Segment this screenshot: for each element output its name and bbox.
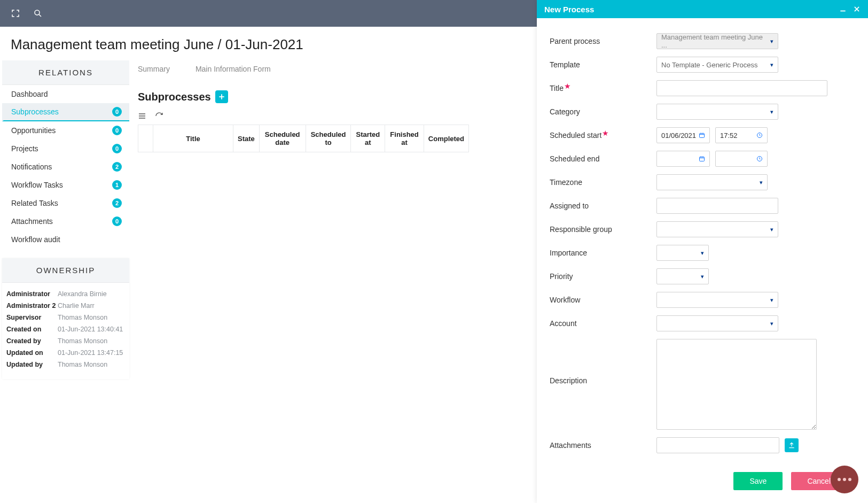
required-star-icon: ★ xyxy=(564,82,571,90)
relations-header: RELATIONS xyxy=(2,60,129,85)
sidebar-item-subprocesses[interactable]: Subprocesses0 xyxy=(2,103,129,121)
chevron-down-icon: ▾ xyxy=(770,38,773,45)
col-title[interactable]: Title xyxy=(153,125,233,152)
label-priority: Priority xyxy=(550,272,656,281)
label-assigned-to: Assigned to xyxy=(550,202,656,210)
badge: 0 xyxy=(112,126,122,135)
close-icon[interactable] xyxy=(853,5,861,13)
badge: 0 xyxy=(112,216,122,226)
menu-icon[interactable] xyxy=(138,112,146,120)
chevron-down-icon: ▾ xyxy=(770,61,773,68)
minimize-icon[interactable] xyxy=(839,5,847,13)
label-description: Description xyxy=(550,339,656,385)
sidebar-item-dashboard[interactable]: Dashboard xyxy=(2,85,129,103)
calendar-icon xyxy=(699,156,705,162)
chat-widget[interactable] xyxy=(831,466,858,493)
section-title: Subprocesses xyxy=(138,91,211,103)
search-icon[interactable] xyxy=(33,9,43,18)
sidebar-item-workflow-audit[interactable]: Workflow audit xyxy=(2,230,129,249)
label-category: Category xyxy=(550,107,656,116)
account-select[interactable]: ▾ xyxy=(656,315,778,331)
sidebar-item-projects[interactable]: Projects0 xyxy=(2,140,129,158)
label-template: Template xyxy=(550,60,656,69)
subprocess-table: Title State Scheduled date Scheduled to … xyxy=(138,125,469,152)
label-responsible-group: Responsible group xyxy=(550,225,656,234)
label-scheduled-start: Scheduled start xyxy=(550,131,601,140)
col-scheduled-to[interactable]: Scheduled to xyxy=(306,125,351,152)
scheduled-end-time[interactable] xyxy=(715,151,768,167)
calendar-icon xyxy=(699,132,705,138)
ownership-panel: OWNERSHIP AdministratorAlexandra Birnie … xyxy=(2,258,129,379)
tab-summary[interactable]: Summary xyxy=(138,65,170,73)
label-importance: Importance xyxy=(550,249,656,257)
tab-main-info-form[interactable]: Main Information Form xyxy=(196,65,271,73)
assigned-to-input[interactable] xyxy=(656,198,778,214)
svg-rect-1 xyxy=(700,134,705,138)
responsible-group-select[interactable]: ▾ xyxy=(656,221,778,237)
fullscreen-icon[interactable] xyxy=(11,9,20,18)
sidebar-item-attachments[interactable]: Attachments0 xyxy=(2,212,129,230)
svg-point-0 xyxy=(35,10,40,15)
panel-footer: Save Cancel xyxy=(537,466,868,503)
add-subprocess-button[interactable] xyxy=(215,90,228,103)
clock-icon xyxy=(756,132,763,138)
label-workflow: Workflow xyxy=(550,296,656,304)
sidebar-item-notifications[interactable]: Notifications2 xyxy=(2,158,129,176)
chevron-down-icon: ▾ xyxy=(770,320,773,327)
label-scheduled-end: Scheduled end xyxy=(550,154,656,163)
svg-rect-3 xyxy=(700,157,705,161)
timezone-select[interactable]: ▾ xyxy=(656,174,768,190)
badge: 2 xyxy=(112,198,122,208)
template-select[interactable]: No Template - Generic Process▾ xyxy=(656,57,778,73)
sidebar-item-workflow-tasks[interactable]: Workflow Tasks1 xyxy=(2,176,129,194)
relations-list: Dashboard Subprocesses0 Opportunities0 P… xyxy=(2,85,129,249)
description-textarea[interactable] xyxy=(656,339,817,430)
panel-title: New Process xyxy=(544,5,594,14)
col-scheduled-date[interactable]: Scheduled date xyxy=(259,125,306,152)
save-button[interactable]: Save xyxy=(733,472,783,490)
label-title: Title xyxy=(550,84,564,92)
badge: 0 xyxy=(112,144,122,153)
parent-process-select[interactable]: Management team meeting June ...▾ xyxy=(656,33,778,49)
ownership-header: OWNERSHIP xyxy=(2,258,129,283)
sidebar-item-opportunities[interactable]: Opportunities0 xyxy=(2,121,129,140)
sidebar-item-related-tasks[interactable]: Related Tasks2 xyxy=(2,194,129,212)
upload-attachment-button[interactable] xyxy=(785,438,799,452)
new-process-panel: New Process Parent process Management te… xyxy=(537,0,868,503)
clock-icon xyxy=(756,156,763,162)
attachments-input[interactable] xyxy=(656,437,779,453)
col-finished-at[interactable]: Finished at xyxy=(385,125,424,152)
panel-header: New Process xyxy=(537,0,868,18)
badge: 1 xyxy=(112,180,122,190)
badge: 2 xyxy=(112,162,122,172)
badge: 0 xyxy=(112,107,122,117)
chevron-down-icon: ▾ xyxy=(770,297,773,304)
required-star-icon: ★ xyxy=(602,129,609,137)
col-state[interactable]: State xyxy=(233,125,260,152)
chevron-down-icon: ▾ xyxy=(770,109,773,115)
title-input[interactable] xyxy=(656,80,827,96)
category-select[interactable]: ▾ xyxy=(656,104,778,120)
refresh-icon[interactable] xyxy=(155,112,163,120)
label-parent-process: Parent process xyxy=(550,37,656,45)
priority-select[interactable]: ▾ xyxy=(656,268,709,284)
chevron-down-icon: ▾ xyxy=(701,273,704,280)
col-completed[interactable]: Completed xyxy=(424,125,468,152)
label-timezone: Timezone xyxy=(550,178,656,187)
workflow-select[interactable]: ▾ xyxy=(656,292,778,308)
label-account: Account xyxy=(550,319,656,328)
col-started-at[interactable]: Started at xyxy=(351,125,385,152)
scheduled-start-date[interactable]: 01/06/2021 xyxy=(656,127,710,143)
left-column: RELATIONS Dashboard Subprocesses0 Opport… xyxy=(2,60,129,379)
chevron-down-icon: ▾ xyxy=(760,179,763,186)
chevron-down-icon: ▾ xyxy=(770,226,773,233)
scheduled-end-date[interactable] xyxy=(656,151,710,167)
importance-select[interactable]: ▾ xyxy=(656,245,709,261)
chevron-down-icon: ▾ xyxy=(701,250,704,257)
label-attachments: Attachments xyxy=(550,441,656,450)
scheduled-start-time[interactable]: 17:52 xyxy=(715,127,768,143)
